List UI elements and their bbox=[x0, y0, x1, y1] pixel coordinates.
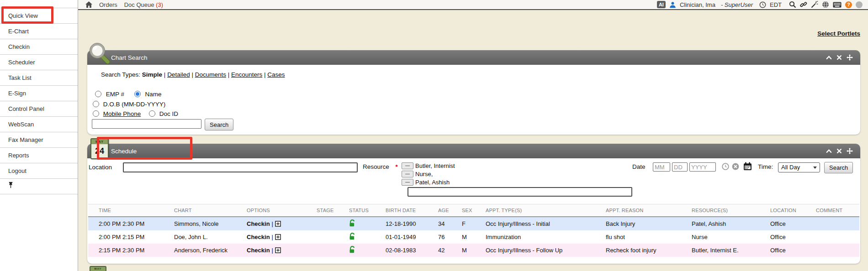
sidebar-pin-toggle[interactable] bbox=[0, 179, 78, 194]
globe-icon[interactable] bbox=[822, 1, 829, 8]
search-types-row: Search Types: Simple | Detailed | Docume… bbox=[101, 71, 285, 78]
sidebar-item-logout[interactable]: Logout bbox=[0, 163, 78, 179]
clear-date-icon[interactable] bbox=[732, 163, 739, 170]
sidebar-item-reports[interactable]: Reports bbox=[0, 148, 78, 163]
cell-status bbox=[345, 244, 382, 257]
time-picker-icon[interactable] bbox=[722, 163, 729, 170]
user-role: - SuperUser bbox=[721, 1, 753, 8]
ai-badge[interactable]: AI bbox=[657, 1, 666, 8]
cell-chart: Doe, John L. bbox=[170, 230, 243, 244]
nav-doc-queue[interactable]: Doc Queue (3) bbox=[124, 1, 163, 8]
keyboard-icon[interactable] bbox=[833, 2, 842, 8]
cell-time: 2:15 PM 2:30 PM bbox=[88, 244, 170, 257]
cell-appt-type: Occ Injury/Illness - Initial bbox=[482, 217, 602, 230]
cell-chart: Simmons, Nicole bbox=[170, 217, 243, 230]
top-bar: Orders Doc Queue (3) AI Clinician, Ima -… bbox=[78, 0, 868, 10]
date-yyyy-input[interactable] bbox=[689, 162, 716, 172]
cell-status bbox=[345, 217, 382, 230]
timezone-label: EDT bbox=[770, 1, 782, 8]
home-icon[interactable] bbox=[85, 1, 92, 8]
cell-age: 42 bbox=[434, 244, 458, 257]
calendar-picker-icon[interactable] bbox=[743, 162, 752, 171]
cell-birth-date: 12-18-1990 bbox=[382, 217, 434, 230]
resource-remove-button-2[interactable]: — bbox=[402, 171, 413, 177]
radio-emp[interactable] bbox=[95, 91, 101, 97]
cell-appt-reason: Back Injury bbox=[602, 217, 688, 230]
cell-appt-type: Occ Injury/Illness - Follow Up bbox=[482, 244, 602, 257]
radio-emp-label: EMP # bbox=[106, 91, 124, 98]
close-icon[interactable] bbox=[836, 55, 842, 60]
sidebar-item-webscan[interactable]: WebScan bbox=[0, 117, 78, 132]
radio-doc-id[interactable] bbox=[149, 110, 155, 117]
expand-options-icon[interactable] bbox=[275, 247, 281, 253]
sidebar-item-task-list[interactable]: Task List bbox=[0, 70, 78, 86]
cell-location: Office bbox=[767, 244, 812, 257]
sidebar-item-fax-manager[interactable]: Fax Manager bbox=[0, 132, 78, 148]
link-icon[interactable] bbox=[800, 1, 807, 8]
table-row: 2:15 PM 2:30 PM Anderson, Frederick Chec… bbox=[88, 244, 859, 257]
sidebar-item-e-chart[interactable]: E-Chart bbox=[0, 24, 78, 39]
main-content: Select Portlets Chart Search Search Type… bbox=[78, 10, 868, 271]
search-type-encounters[interactable]: Encounters bbox=[231, 71, 262, 78]
schedule-portlet-header[interactable]: Schedule bbox=[87, 144, 860, 158]
time-label: Time: bbox=[758, 163, 773, 170]
search-type-simple[interactable]: Simple bbox=[142, 71, 162, 78]
radio-mobile-phone[interactable] bbox=[93, 110, 99, 117]
select-portlets-link[interactable]: Select Portlets bbox=[817, 30, 860, 37]
radio-name[interactable] bbox=[134, 91, 141, 97]
unlock-icon[interactable] bbox=[349, 233, 356, 240]
search-type-documents[interactable]: Documents bbox=[195, 71, 226, 78]
search-icon[interactable] bbox=[789, 1, 796, 8]
nav-orders[interactable]: Orders bbox=[99, 1, 117, 8]
sidebar-item-control-panel[interactable]: Control Panel bbox=[0, 101, 78, 117]
cell-time: 2:00 PM 2:15 PM bbox=[88, 230, 170, 244]
expand-options-icon[interactable] bbox=[275, 221, 281, 227]
schedule-portlet-body: Location Resource * — Butler, Internist … bbox=[87, 158, 860, 264]
required-asterisk: * bbox=[396, 163, 398, 170]
user-name: Clinician, Ima bbox=[680, 1, 715, 8]
cell-sex: M bbox=[458, 230, 482, 244]
location-input[interactable] bbox=[123, 162, 358, 172]
close-icon[interactable] bbox=[836, 148, 842, 154]
collapse-icon[interactable] bbox=[826, 148, 832, 154]
cell-chart: Anderson, Frederick bbox=[170, 244, 243, 257]
sidebar-item-quick-view[interactable]: Quick View bbox=[0, 8, 78, 24]
schedule-search-button[interactable]: Search bbox=[824, 162, 853, 173]
resource-filter-input[interactable] bbox=[408, 187, 632, 197]
sidebar-item-scheduler[interactable]: Scheduler bbox=[0, 55, 78, 70]
schedule-table: TIME CHART OPTIONS STAGE STATUS BIRTH DA… bbox=[88, 204, 859, 257]
col-chart: CHART bbox=[170, 204, 243, 217]
cell-location: Office bbox=[767, 230, 812, 244]
cell-resource: Nurse bbox=[688, 230, 767, 244]
collapse-icon[interactable] bbox=[826, 55, 832, 60]
date-mm-input[interactable] bbox=[653, 162, 670, 172]
unlock-icon[interactable] bbox=[349, 246, 356, 253]
unlock-icon[interactable] bbox=[349, 219, 356, 227]
sidebar-item-checkin[interactable]: Checkin bbox=[0, 39, 78, 55]
search-type-detailed[interactable]: Detailed bbox=[167, 71, 190, 78]
checkin-link[interactable]: Checkin bbox=[247, 220, 270, 227]
col-options: OPTIONS bbox=[243, 204, 313, 217]
time-select[interactable]: All Day bbox=[778, 162, 820, 172]
radio-mobile-phone-label[interactable]: Mobile Phone bbox=[103, 110, 141, 117]
move-icon[interactable] bbox=[847, 54, 853, 61]
cell-options: Checkin| bbox=[243, 217, 313, 230]
date-dd-input[interactable] bbox=[672, 162, 688, 172]
calendar-portlet-icon: MAY 24 bbox=[90, 138, 109, 159]
chart-search-input[interactable] bbox=[92, 119, 201, 129]
resource-remove-button-1[interactable]: — bbox=[402, 162, 413, 169]
checkin-link[interactable]: Checkin bbox=[247, 234, 270, 240]
help-icon[interactable]: ? bbox=[845, 1, 852, 8]
wand-icon[interactable] bbox=[811, 1, 818, 8]
expand-options-icon[interactable] bbox=[275, 234, 281, 240]
chart-search-button[interactable]: Search bbox=[205, 119, 233, 130]
sidebar-item-e-sign[interactable]: E-Sign bbox=[0, 86, 78, 101]
radio-name-label: Name bbox=[145, 91, 162, 98]
checkin-link[interactable]: Checkin bbox=[247, 247, 270, 254]
calendar-icon-day: 24 bbox=[91, 144, 108, 158]
chart-search-portlet-header[interactable]: Chart Search bbox=[87, 50, 860, 65]
resource-remove-button-3[interactable]: — bbox=[402, 179, 413, 186]
radio-dob[interactable] bbox=[93, 101, 99, 107]
search-type-cases[interactable]: Cases bbox=[267, 71, 285, 78]
move-icon[interactable] bbox=[847, 148, 853, 154]
